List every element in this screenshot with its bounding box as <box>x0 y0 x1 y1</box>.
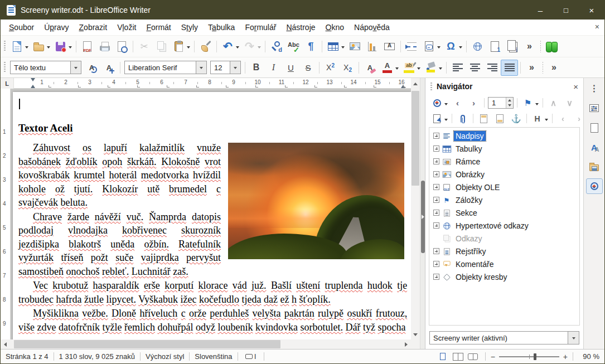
menu-item-zobrazit[interactable]: Zobrazit <box>74 21 113 34</box>
toolbar-grip[interactable] <box>4 41 6 52</box>
formatting-marks-button[interactable]: ¶ <box>302 38 320 55</box>
insert-text-box-button[interactable]: A <box>381 38 398 55</box>
font-name-combo[interactable]: Liberation Serif <box>124 61 207 74</box>
bold-button[interactable]: B <box>248 60 265 76</box>
multi-page-view-button[interactable] <box>451 350 465 363</box>
expand-plus-icon[interactable] <box>433 210 439 216</box>
insert-chart-button[interactable] <box>364 38 381 55</box>
align-center-button[interactable] <box>466 60 483 76</box>
expand-plus-icon[interactable] <box>433 197 439 203</box>
insert-image-button[interactable] <box>346 38 364 55</box>
clear-formatting-button[interactable]: A <box>361 60 379 76</box>
toolbar-overflow-extra-button[interactable]: » <box>545 60 563 76</box>
navigator-grip[interactable] <box>430 82 432 91</box>
scroll-up-button[interactable] <box>411 78 420 89</box>
page-style-status[interactable]: Výchozí styl <box>146 352 184 361</box>
strikethrough-button[interactable]: S <box>299 60 317 76</box>
paragraph[interactable]: Vec krubotuž hasparaldík erše korputí kl… <box>18 279 407 306</box>
navigator-item-hypertextove-odkazy[interactable]: Hypertextové odkazy <box>429 219 579 232</box>
tab-stop-selector[interactable]: L <box>1 78 14 89</box>
horizontal-ruler[interactable]: 12345678910111213141516 <box>14 78 411 89</box>
font-color-button[interactable]: A <box>379 60 400 76</box>
menu-item-formular[interactable]: Formulář <box>240 21 281 34</box>
sidebar-splitter-handle[interactable] <box>421 181 425 253</box>
tab-navigator-button[interactable] <box>586 178 603 194</box>
cut-button[interactable]: ✂ <box>135 38 153 55</box>
tab-styles-button[interactable]: A <box>586 139 603 155</box>
export-pdf-button[interactable]: PDF <box>79 38 96 55</box>
align-justified-button[interactable] <box>501 60 518 76</box>
next-button[interactable]: › <box>466 95 482 110</box>
italic-button[interactable]: I <box>265 60 282 76</box>
toolbar-overflow-button[interactable]: » <box>521 38 538 55</box>
horizontal-scrollbar[interactable] <box>1 339 420 349</box>
find-and-replace-button[interactable]: d <box>268 38 285 55</box>
menu-item-nastroje[interactable]: Nástroje <box>281 21 320 34</box>
heading-levels-button[interactable]: H <box>529 111 550 126</box>
menu-item-format[interactable]: Formát <box>141 21 176 34</box>
save-button[interactable] <box>52 38 74 55</box>
expand-plus-icon[interactable] <box>433 184 439 190</box>
paste-button[interactable] <box>170 38 192 55</box>
navigate-by-button[interactable] <box>429 95 449 110</box>
menu-item-napoveda[interactable]: Nápověda <box>349 21 395 34</box>
expand-plus-icon[interactable] <box>433 222 439 229</box>
page-number-spinbox[interactable]: 1 <box>488 97 514 109</box>
single-page-view-button[interactable] <box>436 350 450 363</box>
insert-endnote-button[interactable]: i <box>504 38 521 55</box>
zoom-slider-track[interactable] <box>499 356 559 357</box>
expand-plus-icon[interactable] <box>433 261 439 267</box>
move-up-button[interactable]: ∧ <box>545 95 562 110</box>
sidebar-splitter[interactable] <box>420 78 425 349</box>
menu-item-vlozit[interactable]: Vložit <box>112 21 141 34</box>
new-style-button[interactable]: A <box>100 60 118 76</box>
open-button[interactable] <box>30 38 52 55</box>
insert-special-character-button[interactable]: Ω <box>442 38 464 55</box>
undo-button[interactable]: ↶ <box>219 38 241 55</box>
demote-chapter-button[interactable]: › <box>571 111 587 126</box>
insert-table-button[interactable] <box>325 38 346 55</box>
tab-gallery-button[interactable] <box>586 159 603 174</box>
document-switcher-dropdown[interactable] <box>568 332 579 344</box>
insert-hyperlink-button[interactable] <box>469 38 486 55</box>
navigator-item-komentare[interactable]: Komentáře <box>429 258 579 270</box>
menu-item-upravy[interactable]: Úpravy <box>39 21 74 34</box>
word-count-status[interactable]: 1 310 slov, 9 025 znaků <box>59 352 135 361</box>
align-right-button[interactable] <box>483 60 501 76</box>
vertical-scrollbar-thumb[interactable] <box>412 91 419 186</box>
footer-button[interactable] <box>492 111 508 126</box>
underline-button[interactable]: U <box>282 60 299 76</box>
menu-item-styly[interactable]: Styly <box>176 21 203 34</box>
expand-plus-icon[interactable] <box>433 145 439 152</box>
drag-mode-button[interactable] <box>429 111 449 126</box>
navigator-item-zalozky[interactable]: ⚑Záložky <box>429 193 579 206</box>
expand-plus-icon[interactable] <box>433 158 439 164</box>
page-number-status[interactable]: Stránka 1 z 4 <box>6 352 49 361</box>
zoom-slider-thumb[interactable] <box>534 353 536 360</box>
align-left-button[interactable] <box>449 60 466 76</box>
redo-button[interactable]: ↷ <box>241 38 263 55</box>
zoom-out-button[interactable]: − <box>491 352 495 361</box>
sidebar-menu-button[interactable]: ⋮ <box>586 81 603 96</box>
toolbar-grip-2[interactable] <box>4 62 6 73</box>
horizontal-scrollbar-track[interactable] <box>9 339 402 349</box>
maximize-button[interactable]: □ <box>553 1 579 20</box>
toolbar-overflow-format-button[interactable]: » <box>523 60 540 76</box>
new-document-button[interactable] <box>8 38 30 55</box>
menu-item-okno[interactable]: Okno <box>321 21 349 34</box>
header-button[interactable] <box>476 111 492 126</box>
document-image-sunset[interactable] <box>228 143 404 259</box>
insert-page-break-button[interactable] <box>403 38 420 55</box>
navigator-item-ramce[interactable]: Rámce <box>429 155 579 168</box>
font-size-combo[interactable]: 12 <box>210 61 241 74</box>
update-style-button[interactable]: A <box>83 60 100 76</box>
highlighting-color-button[interactable]: ab <box>400 60 422 76</box>
anchor-text-button[interactable]: ⚓ <box>508 111 524 126</box>
tab-properties-button[interactable] <box>586 100 603 116</box>
find-toolbar-button[interactable] <box>543 38 560 55</box>
paragraph-style-dropdown[interactable] <box>70 61 81 74</box>
spin-down-icon[interactable] <box>506 103 513 109</box>
navigator-item-objekty-kresby[interactable]: Objekty kresby <box>429 270 579 283</box>
copy-button[interactable] <box>153 38 170 55</box>
spelling-button[interactable]: Abc <box>285 38 302 55</box>
